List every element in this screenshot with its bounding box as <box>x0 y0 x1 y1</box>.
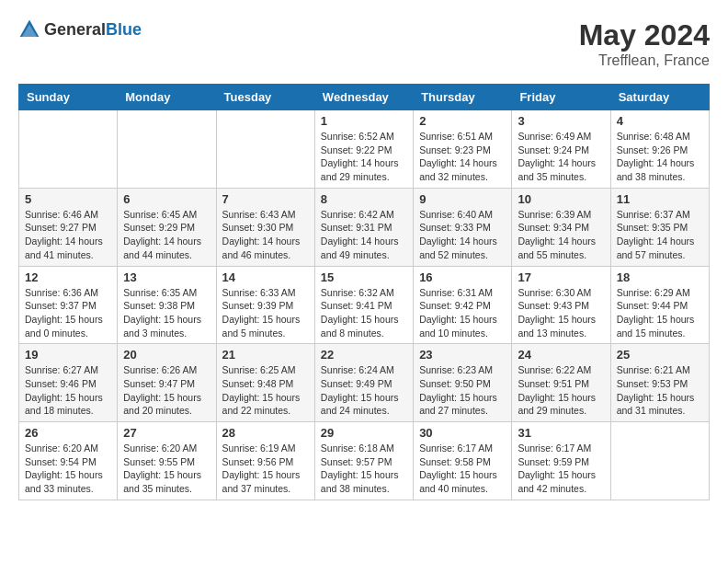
day-number: 23 <box>419 348 506 362</box>
calendar-day-cell: 24Sunrise: 6:22 AM Sunset: 9:51 PM Dayli… <box>512 344 610 422</box>
calendar-day-cell: 29Sunrise: 6:18 AM Sunset: 9:57 PM Dayli… <box>314 422 413 500</box>
logo-blue: Blue <box>106 20 142 39</box>
day-number: 12 <box>25 270 111 284</box>
day-number: 26 <box>25 426 111 440</box>
day-number: 1 <box>321 114 407 128</box>
day-number: 24 <box>518 348 604 362</box>
day-of-week-header: Thursday <box>414 85 512 110</box>
day-info: Sunrise: 6:32 AM Sunset: 9:41 PM Dayligh… <box>321 286 407 340</box>
day-number: 18 <box>617 270 703 284</box>
day-info: Sunrise: 6:27 AM Sunset: 9:46 PM Dayligh… <box>25 363 111 418</box>
day-info: Sunrise: 6:19 AM Sunset: 9:56 PM Dayligh… <box>222 442 309 496</box>
day-number: 16 <box>419 270 506 284</box>
day-info: Sunrise: 6:24 AM Sunset: 9:49 PM Dayligh… <box>321 363 407 418</box>
logo-text: GeneralBlue <box>44 20 142 40</box>
day-number: 4 <box>617 114 703 128</box>
calendar-day-cell: 17Sunrise: 6:30 AM Sunset: 9:43 PM Dayli… <box>512 266 610 344</box>
calendar-day-cell: 30Sunrise: 6:17 AM Sunset: 9:58 PM Dayli… <box>414 422 512 500</box>
day-number: 22 <box>321 348 407 362</box>
calendar-day-cell: 6Sunrise: 6:45 AM Sunset: 9:29 PM Daylig… <box>118 188 216 266</box>
calendar-day-cell: 25Sunrise: 6:21 AM Sunset: 9:53 PM Dayli… <box>610 344 709 422</box>
calendar-day-cell: 7Sunrise: 6:43 AM Sunset: 9:30 PM Daylig… <box>216 188 314 266</box>
day-info: Sunrise: 6:17 AM Sunset: 9:59 PM Dayligh… <box>518 442 604 496</box>
calendar-day-cell: 5Sunrise: 6:46 AM Sunset: 9:27 PM Daylig… <box>19 188 118 266</box>
calendar-day-cell: 11Sunrise: 6:37 AM Sunset: 9:35 PM Dayli… <box>610 188 709 266</box>
calendar-day-cell: 26Sunrise: 6:20 AM Sunset: 9:54 PM Dayli… <box>19 422 118 500</box>
calendar-day-cell: 21Sunrise: 6:25 AM Sunset: 9:48 PM Dayli… <box>216 344 314 422</box>
day-info: Sunrise: 6:46 AM Sunset: 9:27 PM Dayligh… <box>25 208 111 262</box>
calendar-day-cell: 15Sunrise: 6:32 AM Sunset: 9:41 PM Dayli… <box>314 266 413 344</box>
day-number: 2 <box>419 114 506 128</box>
day-info: Sunrise: 6:29 AM Sunset: 9:44 PM Dayligh… <box>617 286 703 340</box>
day-of-week-header: Friday <box>512 85 610 110</box>
day-number: 31 <box>518 426 604 440</box>
calendar-day-cell: 12Sunrise: 6:36 AM Sunset: 9:37 PM Dayli… <box>19 266 118 344</box>
day-of-week-header: Monday <box>118 85 216 110</box>
calendar-day-cell: 18Sunrise: 6:29 AM Sunset: 9:44 PM Dayli… <box>610 266 709 344</box>
calendar-day-cell: 1Sunrise: 6:52 AM Sunset: 9:22 PM Daylig… <box>314 110 413 189</box>
day-info: Sunrise: 6:18 AM Sunset: 9:57 PM Dayligh… <box>321 442 407 496</box>
day-number: 20 <box>123 348 210 362</box>
day-info: Sunrise: 6:51 AM Sunset: 9:23 PM Dayligh… <box>419 130 506 184</box>
calendar-day-cell: 10Sunrise: 6:39 AM Sunset: 9:34 PM Dayli… <box>512 188 610 266</box>
calendar-day-cell: 13Sunrise: 6:35 AM Sunset: 9:38 PM Dayli… <box>118 266 216 344</box>
calendar-week-row: 26Sunrise: 6:20 AM Sunset: 9:54 PM Dayli… <box>19 422 710 500</box>
calendar-table: SundayMondayTuesdayWednesdayThursdayFrid… <box>18 84 710 500</box>
day-number: 5 <box>25 192 111 206</box>
calendar-day-cell <box>216 110 314 189</box>
day-number: 11 <box>617 192 703 206</box>
day-number: 17 <box>518 270 604 284</box>
calendar-day-cell: 16Sunrise: 6:31 AM Sunset: 9:42 PM Dayli… <box>414 266 512 344</box>
calendar-week-row: 5Sunrise: 6:46 AM Sunset: 9:27 PM Daylig… <box>19 188 710 266</box>
day-number: 29 <box>321 426 407 440</box>
logo: GeneralBlue <box>18 18 142 40</box>
logo-general: General <box>44 20 106 39</box>
month-title: May 2024 <box>579 18 710 52</box>
location: Trefflean, France <box>579 52 710 69</box>
calendar-day-cell: 27Sunrise: 6:20 AM Sunset: 9:55 PM Dayli… <box>118 422 216 500</box>
calendar-week-row: 12Sunrise: 6:36 AM Sunset: 9:37 PM Dayli… <box>19 266 710 344</box>
day-number: 8 <box>321 192 407 206</box>
day-of-week-header: Saturday <box>610 85 709 110</box>
calendar-header-row: SundayMondayTuesdayWednesdayThursdayFrid… <box>19 85 710 110</box>
day-info: Sunrise: 6:40 AM Sunset: 9:33 PM Dayligh… <box>419 208 506 262</box>
day-number: 13 <box>123 270 210 284</box>
day-info: Sunrise: 6:42 AM Sunset: 9:31 PM Dayligh… <box>321 208 407 262</box>
calendar-day-cell: 22Sunrise: 6:24 AM Sunset: 9:49 PM Dayli… <box>314 344 413 422</box>
title-area: May 2024 Trefflean, France <box>579 18 710 69</box>
day-of-week-header: Wednesday <box>314 85 413 110</box>
day-number: 25 <box>617 348 703 362</box>
calendar-day-cell <box>118 110 216 189</box>
day-number: 15 <box>321 270 407 284</box>
calendar-day-cell: 20Sunrise: 6:26 AM Sunset: 9:47 PM Dayli… <box>118 344 216 422</box>
logo-icon <box>18 18 40 40</box>
day-number: 27 <box>123 426 210 440</box>
day-number: 30 <box>419 426 506 440</box>
calendar-week-row: 1Sunrise: 6:52 AM Sunset: 9:22 PM Daylig… <box>19 110 710 189</box>
day-info: Sunrise: 6:25 AM Sunset: 9:48 PM Dayligh… <box>222 363 309 418</box>
day-of-week-header: Sunday <box>19 85 118 110</box>
day-info: Sunrise: 6:39 AM Sunset: 9:34 PM Dayligh… <box>518 208 604 262</box>
day-info: Sunrise: 6:21 AM Sunset: 9:53 PM Dayligh… <box>617 363 703 418</box>
day-info: Sunrise: 6:43 AM Sunset: 9:30 PM Dayligh… <box>222 208 309 262</box>
calendar-day-cell: 23Sunrise: 6:23 AM Sunset: 9:50 PM Dayli… <box>414 344 512 422</box>
day-info: Sunrise: 6:49 AM Sunset: 9:24 PM Dayligh… <box>518 130 604 184</box>
calendar-day-cell: 9Sunrise: 6:40 AM Sunset: 9:33 PM Daylig… <box>414 188 512 266</box>
day-number: 7 <box>222 192 309 206</box>
day-info: Sunrise: 6:36 AM Sunset: 9:37 PM Dayligh… <box>25 286 111 340</box>
calendar-day-cell: 31Sunrise: 6:17 AM Sunset: 9:59 PM Dayli… <box>512 422 610 500</box>
day-info: Sunrise: 6:20 AM Sunset: 9:54 PM Dayligh… <box>25 442 111 496</box>
day-number: 6 <box>123 192 210 206</box>
day-number: 19 <box>25 348 111 362</box>
day-info: Sunrise: 6:23 AM Sunset: 9:50 PM Dayligh… <box>419 363 506 418</box>
day-number: 10 <box>518 192 604 206</box>
calendar-week-row: 19Sunrise: 6:27 AM Sunset: 9:46 PM Dayli… <box>19 344 710 422</box>
day-info: Sunrise: 6:20 AM Sunset: 9:55 PM Dayligh… <box>123 442 210 496</box>
calendar-day-cell: 19Sunrise: 6:27 AM Sunset: 9:46 PM Dayli… <box>19 344 118 422</box>
day-number: 28 <box>222 426 309 440</box>
calendar-day-cell: 14Sunrise: 6:33 AM Sunset: 9:39 PM Dayli… <box>216 266 314 344</box>
day-info: Sunrise: 6:37 AM Sunset: 9:35 PM Dayligh… <box>617 208 703 262</box>
calendar-day-cell: 3Sunrise: 6:49 AM Sunset: 9:24 PM Daylig… <box>512 110 610 189</box>
page-header: GeneralBlue May 2024 Trefflean, France <box>18 18 710 69</box>
day-number: 21 <box>222 348 309 362</box>
